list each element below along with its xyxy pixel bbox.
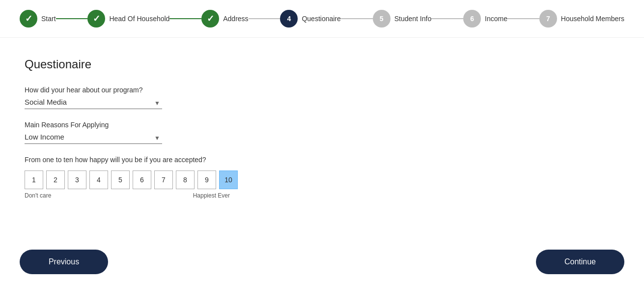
rating-btn-9[interactable]: 9 xyxy=(197,170,216,189)
step-student-number: 5 xyxy=(380,15,384,23)
main-reasons-group: Main Reasons For Applying Low Income Edu… xyxy=(25,121,162,144)
main-reasons-label: Main Reasons For Applying xyxy=(25,121,162,129)
step-address-label: Address xyxy=(223,15,248,23)
step-household-number: 7 xyxy=(546,15,550,23)
connector-5 xyxy=(431,18,463,19)
previous-button[interactable]: Previous xyxy=(20,250,108,274)
continue-button[interactable]: Continue xyxy=(536,250,624,274)
connector-3 xyxy=(249,18,280,19)
checkmark-icon-2: ✓ xyxy=(93,13,100,24)
step-head-of-household: ✓ Head Of Household xyxy=(87,10,169,28)
rating-btn-8[interactable]: 8 xyxy=(176,170,195,189)
step-income-label: Income xyxy=(485,15,507,23)
main-reasons-select[interactable]: Low Income Education Employment Other xyxy=(25,133,162,141)
step-hoh-circle: ✓ xyxy=(87,10,105,28)
step-student-label: Student Info xyxy=(394,15,432,23)
main-reasons-select-wrapper[interactable]: Low Income Education Employment Other ▼ xyxy=(25,133,162,144)
checkmark-icon: ✓ xyxy=(25,13,32,24)
rating-btn-6[interactable]: 6 xyxy=(133,170,151,189)
hear-about-group: How did your hear about our program? Soc… xyxy=(25,86,162,109)
step-questionaire-label: Questionaire xyxy=(302,15,340,23)
step-income: 6 Income xyxy=(463,10,507,28)
rating-btn-1[interactable]: 1 xyxy=(25,170,43,189)
step-address-circle: ✓ xyxy=(201,10,219,28)
rating-btn-7[interactable]: 7 xyxy=(154,170,173,189)
step-start: ✓ Start xyxy=(20,10,56,28)
step-student-circle: 5 xyxy=(373,10,391,28)
rating-labels: Don't care Happiest Ever xyxy=(25,192,230,199)
rating-min-label: Don't care xyxy=(25,192,51,199)
step-address: ✓ Address xyxy=(201,10,248,28)
hear-about-select[interactable]: Social Media Friend Advertisement Other xyxy=(25,98,162,106)
step-questionaire-circle: 4 xyxy=(280,10,298,28)
rating-btn-4[interactable]: 4 xyxy=(89,170,108,189)
step-income-number: 6 xyxy=(470,15,474,23)
bottom-navigation: Previous Continue xyxy=(0,240,644,284)
connector-1 xyxy=(56,18,88,19)
rating-max-label: Happiest Ever xyxy=(193,192,230,199)
rating-btn-5[interactable]: 5 xyxy=(111,170,130,189)
rating-btn-2[interactable]: 2 xyxy=(46,170,65,189)
step-hoh-label: Head Of Household xyxy=(109,15,169,23)
rating-btn-10[interactable]: 10 xyxy=(219,170,238,189)
step-start-label: Start xyxy=(41,15,56,23)
step-household-label: Household Members xyxy=(561,15,624,23)
hear-about-select-wrapper[interactable]: Social Media Friend Advertisement Other … xyxy=(25,98,162,109)
main-content: Questionaire How did your hear about our… xyxy=(0,38,644,219)
connector-2 xyxy=(169,18,201,19)
hear-about-label: How did your hear about our program? xyxy=(25,86,162,94)
step-questionaire: 4 Questionaire xyxy=(280,10,340,28)
step-questionaire-number: 4 xyxy=(287,15,291,23)
connector-4 xyxy=(341,18,373,19)
rating-buttons: 1 2 3 4 5 6 7 8 9 10 xyxy=(25,170,619,189)
connector-6 xyxy=(507,18,539,19)
step-household-circle: 7 xyxy=(539,10,557,28)
rating-btn-3[interactable]: 3 xyxy=(68,170,86,189)
step-household-members: 7 Household Members xyxy=(539,10,624,28)
page-title: Questionaire xyxy=(25,57,619,71)
stepper: ✓ Start ✓ Head Of Household ✓ Address 4 … xyxy=(0,0,644,38)
step-income-circle: 6 xyxy=(463,10,481,28)
step-start-circle: ✓ xyxy=(20,10,37,28)
rating-section: From one to ten how happy will you be if… xyxy=(25,156,619,199)
step-student-info: 5 Student Info xyxy=(373,10,432,28)
rating-question: From one to ten how happy will you be if… xyxy=(25,156,619,164)
checkmark-icon-3: ✓ xyxy=(207,13,214,24)
